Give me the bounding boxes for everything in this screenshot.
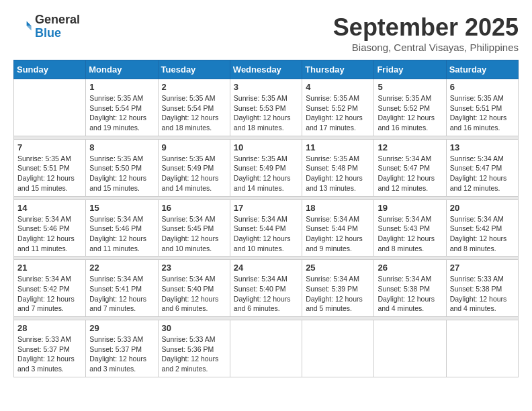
calendar-week-row: 14Sunrise: 5:34 AM Sunset: 5:46 PM Dayli…: [14, 199, 519, 257]
logo-general: General: [35, 13, 80, 27]
calendar-week-row: 1Sunrise: 5:35 AM Sunset: 5:54 PM Daylig…: [14, 79, 519, 136]
svg-marker-0: [27, 21, 32, 26]
calendar-cell: 30Sunrise: 5:33 AM Sunset: 5:36 PM Dayli…: [158, 320, 230, 377]
location-subtitle: Biasong, Central Visayas, Philippines: [333, 42, 519, 53]
day-number: 22: [89, 263, 154, 273]
calendar-cell: 14Sunrise: 5:34 AM Sunset: 5:46 PM Dayli…: [14, 199, 86, 257]
day-number: 18: [306, 203, 370, 213]
day-number: 27: [450, 263, 515, 273]
day-number: 21: [17, 263, 82, 273]
day-info: Sunrise: 5:34 AM Sunset: 5:44 PM Dayligh…: [306, 214, 370, 254]
day-info: Sunrise: 5:35 AM Sunset: 5:49 PM Dayligh…: [234, 154, 298, 193]
calendar-cell: 20Sunrise: 5:34 AM Sunset: 5:42 PM Dayli…: [446, 199, 518, 257]
calendar-cell: 19Sunrise: 5:34 AM Sunset: 5:43 PM Dayli…: [374, 199, 446, 257]
day-number: 26: [378, 263, 442, 273]
calendar-cell: 8Sunrise: 5:35 AM Sunset: 5:50 PM Daylig…: [86, 139, 158, 196]
day-info: Sunrise: 5:34 AM Sunset: 5:46 PM Dayligh…: [89, 214, 154, 254]
calendar-table: SundayMondayTuesdayWednesdayThursdayFrid…: [13, 60, 519, 377]
day-number: 3: [234, 82, 298, 92]
day-number: 19: [378, 203, 442, 213]
day-number: 17: [234, 203, 298, 213]
day-info: Sunrise: 5:35 AM Sunset: 5:54 PM Dayligh…: [89, 93, 154, 133]
day-number: 29: [89, 323, 154, 333]
day-info: Sunrise: 5:34 AM Sunset: 5:44 PM Dayligh…: [234, 214, 298, 254]
calendar-week-row: 28Sunrise: 5:33 AM Sunset: 5:37 PM Dayli…: [14, 320, 519, 377]
logo-icon: [13, 17, 32, 36]
calendar-cell: 6Sunrise: 5:35 AM Sunset: 5:51 PM Daylig…: [446, 79, 518, 136]
calendar-cell: 18Sunrise: 5:34 AM Sunset: 5:44 PM Dayli…: [302, 199, 374, 257]
day-info: Sunrise: 5:35 AM Sunset: 5:50 PM Dayligh…: [89, 154, 154, 193]
day-number: 25: [306, 263, 370, 273]
weekday-header-monday: Monday: [86, 60, 158, 79]
day-info: Sunrise: 5:33 AM Sunset: 5:38 PM Dayligh…: [450, 274, 515, 314]
calendar-cell: 1Sunrise: 5:35 AM Sunset: 5:54 PM Daylig…: [86, 79, 158, 136]
day-info: Sunrise: 5:35 AM Sunset: 5:51 PM Dayligh…: [450, 93, 515, 133]
day-number: 16: [162, 203, 226, 213]
day-info: Sunrise: 5:35 AM Sunset: 5:52 PM Dayligh…: [378, 93, 442, 133]
calendar-cell: [14, 79, 86, 136]
logo-text: General Blue: [35, 13, 80, 40]
calendar-cell: 7Sunrise: 5:35 AM Sunset: 5:51 PM Daylig…: [14, 139, 86, 196]
calendar-cell: 3Sunrise: 5:35 AM Sunset: 5:53 PM Daylig…: [230, 79, 302, 136]
day-info: Sunrise: 5:33 AM Sunset: 5:37 PM Dayligh…: [17, 334, 82, 374]
day-number: 15: [89, 203, 154, 213]
calendar-cell: 24Sunrise: 5:34 AM Sunset: 5:40 PM Dayli…: [230, 260, 302, 317]
day-info: Sunrise: 5:34 AM Sunset: 5:40 PM Dayligh…: [162, 274, 226, 314]
calendar-cell: 15Sunrise: 5:34 AM Sunset: 5:46 PM Dayli…: [86, 199, 158, 257]
calendar-cell: 22Sunrise: 5:34 AM Sunset: 5:41 PM Dayli…: [86, 260, 158, 317]
day-info: Sunrise: 5:34 AM Sunset: 5:47 PM Dayligh…: [378, 154, 442, 193]
day-info: Sunrise: 5:35 AM Sunset: 5:48 PM Dayligh…: [306, 154, 370, 193]
calendar-cell: [446, 320, 518, 377]
day-number: 14: [17, 203, 82, 213]
calendar-cell: 27Sunrise: 5:33 AM Sunset: 5:38 PM Dayli…: [446, 260, 518, 317]
day-number: 1: [89, 82, 154, 92]
calendar-cell: [374, 320, 446, 377]
day-info: Sunrise: 5:35 AM Sunset: 5:52 PM Dayligh…: [306, 93, 370, 133]
weekday-header-thursday: Thursday: [302, 60, 374, 79]
day-info: Sunrise: 5:33 AM Sunset: 5:37 PM Dayligh…: [89, 334, 154, 374]
calendar-cell: 12Sunrise: 5:34 AM Sunset: 5:47 PM Dayli…: [374, 139, 446, 196]
day-number: 28: [17, 323, 82, 333]
day-info: Sunrise: 5:34 AM Sunset: 5:42 PM Dayligh…: [450, 214, 515, 254]
title-block: September 2025 Biasong, Central Visayas,…: [333, 13, 519, 53]
weekday-header-sunday: Sunday: [14, 60, 86, 79]
logo: General Blue: [13, 13, 80, 40]
day-number: 4: [306, 82, 370, 92]
day-number: 5: [378, 82, 442, 92]
weekday-header-tuesday: Tuesday: [158, 60, 230, 79]
day-number: 11: [306, 142, 370, 152]
logo-blue: Blue: [35, 27, 80, 40]
calendar-cell: [230, 320, 302, 377]
calendar-cell: 26Sunrise: 5:34 AM Sunset: 5:38 PM Dayli…: [374, 260, 446, 317]
day-number: 13: [450, 142, 515, 152]
svg-marker-1: [27, 26, 32, 30]
calendar-cell: 9Sunrise: 5:35 AM Sunset: 5:49 PM Daylig…: [158, 139, 230, 196]
day-info: Sunrise: 5:34 AM Sunset: 5:47 PM Dayligh…: [450, 154, 515, 193]
page-header: General Blue September 2025 Biasong, Cen…: [13, 13, 519, 53]
day-info: Sunrise: 5:34 AM Sunset: 5:41 PM Dayligh…: [89, 274, 154, 314]
day-number: 2: [162, 82, 226, 92]
day-number: 8: [89, 142, 154, 152]
day-number: 30: [162, 323, 226, 333]
calendar-week-row: 7Sunrise: 5:35 AM Sunset: 5:51 PM Daylig…: [14, 139, 519, 196]
weekday-header-friday: Friday: [374, 60, 446, 79]
day-info: Sunrise: 5:34 AM Sunset: 5:40 PM Dayligh…: [234, 274, 298, 314]
calendar-cell: 10Sunrise: 5:35 AM Sunset: 5:49 PM Dayli…: [230, 139, 302, 196]
day-number: 7: [17, 142, 82, 152]
weekday-header-wednesday: Wednesday: [230, 60, 302, 79]
day-info: Sunrise: 5:35 AM Sunset: 5:53 PM Dayligh…: [234, 93, 298, 133]
day-info: Sunrise: 5:34 AM Sunset: 5:43 PM Dayligh…: [378, 214, 442, 254]
calendar-cell: 11Sunrise: 5:35 AM Sunset: 5:48 PM Dayli…: [302, 139, 374, 196]
day-info: Sunrise: 5:34 AM Sunset: 5:38 PM Dayligh…: [378, 274, 442, 314]
day-number: 20: [450, 203, 515, 213]
calendar-cell: 16Sunrise: 5:34 AM Sunset: 5:45 PM Dayli…: [158, 199, 230, 257]
calendar-cell: 28Sunrise: 5:33 AM Sunset: 5:37 PM Dayli…: [14, 320, 86, 377]
day-number: 10: [234, 142, 298, 152]
day-number: 9: [162, 142, 226, 152]
day-info: Sunrise: 5:35 AM Sunset: 5:51 PM Dayligh…: [17, 154, 82, 193]
day-info: Sunrise: 5:34 AM Sunset: 5:39 PM Dayligh…: [306, 274, 370, 314]
day-info: Sunrise: 5:33 AM Sunset: 5:36 PM Dayligh…: [162, 334, 226, 374]
calendar-cell: 4Sunrise: 5:35 AM Sunset: 5:52 PM Daylig…: [302, 79, 374, 136]
calendar-cell: 25Sunrise: 5:34 AM Sunset: 5:39 PM Dayli…: [302, 260, 374, 317]
day-number: 6: [450, 82, 515, 92]
